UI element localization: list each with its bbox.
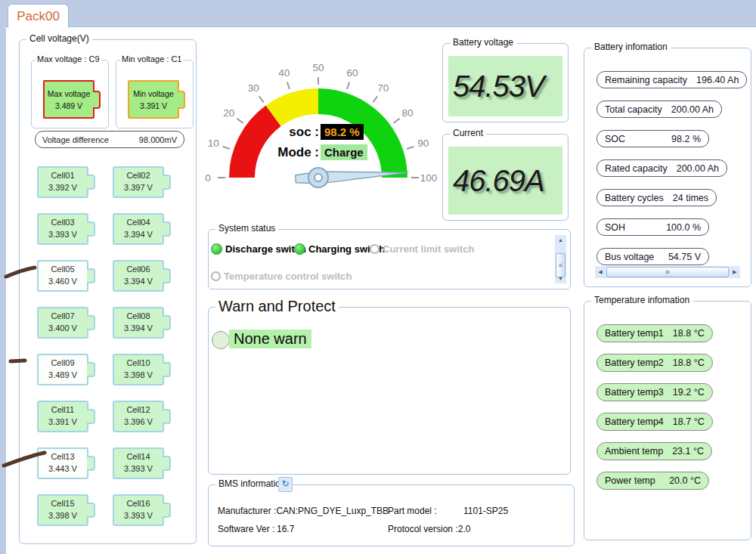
cell-item-cell09: Cell093.489 V — [37, 354, 88, 385]
cell-item-cell14: Cell143.393 V — [113, 447, 164, 479]
scrollbar-thumb[interactable]: ≡ — [606, 267, 729, 277]
current-title: Current — [450, 128, 486, 138]
part-model-label: Part model : — [388, 506, 463, 516]
radio-icon — [211, 271, 221, 281]
row-value: 18.7 °C — [673, 416, 705, 427]
part-model-value: 1101-SP25 — [463, 506, 508, 516]
mode-value: Charge — [321, 144, 367, 160]
system-status-scrollbar[interactable]: ▲ ≡ ▼ — [555, 235, 566, 283]
row-label: SOH — [605, 222, 625, 233]
mode-readout: Mode : Charge — [249, 144, 367, 160]
gauge-tick-label: 100 — [420, 172, 438, 184]
cell-item-cell07: Cell073.400 V — [37, 307, 88, 339]
part-model-row: Part model : 1101-SP25 — [388, 506, 508, 516]
max-voltage-group-title: Max voltage : C9 — [36, 54, 101, 63]
scroll-up-icon[interactable]: ▲ — [555, 235, 566, 245]
window-left-edge — [0, 26, 6, 554]
cell-terminal-icon — [87, 315, 95, 330]
cell-name: Cell09 — [51, 357, 74, 370]
scroll-right-icon[interactable]: ▶ — [730, 266, 740, 278]
switch-current-limit-switch[interactable]: Current limit switch — [370, 242, 474, 255]
temp-row-power-temp: Power temp20.0 °C — [596, 472, 709, 490]
gauge-zone — [229, 106, 281, 178]
cell-voltage: 3.400 V — [48, 323, 77, 335]
switch-discharge-switch[interactable]: Discharge switch — [211, 242, 306, 255]
refresh-icon[interactable]: ↻ — [278, 477, 293, 492]
gauge-tick-label: 80 — [402, 107, 414, 119]
info-row-soh: SOH100.0 % — [596, 218, 709, 236]
cell-terminal-icon — [163, 268, 171, 283]
battery-terminal-icon — [93, 91, 101, 109]
row-label: SOC — [605, 134, 625, 144]
cell-voltage: 3.398 V — [124, 370, 153, 382]
radio-icon — [370, 244, 380, 254]
software-value: 16.7 — [277, 524, 294, 534]
battery-info-title: Battery infomation — [591, 42, 671, 52]
cell-item-cell12: Cell123.396 V — [113, 401, 164, 432]
gauge-tick-label: 50 — [312, 62, 324, 73]
gauge-tick-label: 0 — [205, 172, 211, 184]
row-value: 196.40 Ah — [696, 75, 739, 85]
cell-voltage: 3.394 V — [124, 229, 153, 241]
cell-voltage: 3.392 V — [48, 182, 77, 194]
gauge-tick-label: 10 — [208, 138, 219, 149]
gauge-tick — [237, 119, 243, 123]
gauge-tick — [394, 119, 400, 123]
min-voltage-group: Min voltage : C1 Min voltage 3.391 V — [116, 60, 194, 128]
cell-name: Cell08 — [126, 311, 150, 323]
cell-terminal-icon — [163, 362, 171, 377]
cell-name: Cell15 — [51, 498, 74, 510]
gauge-tick-label: 60 — [347, 67, 358, 79]
radio-icon — [211, 243, 222, 255]
cell-item-cell15: Cell153.398 V — [37, 494, 88, 526]
cell-item-cell02: Cell023.397 V — [113, 166, 164, 198]
cell-voltage: 3.443 V — [48, 463, 77, 475]
gauge-tick-label: 90 — [417, 138, 429, 149]
row-value: 100.0 % — [666, 222, 701, 233]
switch-temperature-control-switch[interactable]: Temperature control switch — [211, 269, 352, 283]
scroll-left-icon[interactable]: ◀ — [595, 266, 606, 278]
grip-icon: ≡ — [664, 270, 671, 274]
current-display: 46.69A — [448, 147, 562, 215]
system-status-title: System status — [215, 223, 278, 234]
temperature-info-panel: Temperature infomation Battery temp118.8… — [584, 301, 751, 540]
voltage-difference-label: Voltage difference — [42, 135, 109, 144]
row-value: 18.8 °C — [673, 328, 705, 339]
cell-voltage: 3.397 V — [124, 182, 153, 194]
min-voltage-cell: Min voltage 3.391 V — [128, 80, 179, 119]
row-label: Total capacity — [605, 104, 662, 115]
cell-terminal-icon — [163, 175, 171, 190]
row-label: Battery temp1 — [605, 328, 664, 339]
warn-protect-panel: Warn and Protect None warn — [208, 307, 571, 475]
info-row-bus-voltage: Bus voltage54.75 V — [596, 248, 709, 265]
temp-row-battery-temp2: Battery temp218.8 °C — [596, 354, 713, 372]
switch-label: Current limit switch — [383, 243, 474, 255]
cell-terminal-icon — [87, 175, 95, 190]
system-status-panel: System status Discharge switchCharging s… — [208, 229, 571, 289]
current-panel: Current 46.69A — [442, 134, 569, 221]
cell-terminal-icon — [87, 456, 95, 471]
battery-voltage-value: 54.53V — [448, 70, 544, 104]
gauge-tick-label: 70 — [377, 82, 389, 94]
min-voltage-label: Min voltage — [133, 89, 174, 98]
protocol-label: Protocol version : — [388, 524, 458, 534]
gauge-tick — [373, 96, 377, 102]
cell-voltage: 3.460 V — [48, 276, 77, 288]
cell-name: Cell16 — [126, 498, 150, 510]
battery-info-scrollbar[interactable]: ◀ ≡ ▶ — [595, 266, 740, 278]
software-label: Software Ver : — [218, 524, 277, 534]
cell-terminal-icon — [87, 268, 95, 283]
tab-pack00[interactable]: Pack00 — [8, 4, 69, 28]
row-label: Battery temp2 — [605, 357, 664, 368]
gauge-tick — [407, 147, 414, 149]
scroll-down-icon[interactable]: ▼ — [555, 274, 566, 283]
cell-name: Cell03 — [51, 217, 74, 229]
gauge-tick — [347, 82, 349, 90]
row-label: Battery cycles — [605, 193, 664, 203]
cell-name: Cell10 — [126, 357, 150, 370]
protocol-value: 2.0 — [458, 524, 471, 534]
cell-name: Cell14 — [126, 451, 150, 463]
cell-voltage-panel: Cell voltage(V) Max voltage : C9 Max vol… — [19, 39, 197, 544]
cell-terminal-icon — [87, 362, 95, 377]
soc-value: 98.2 % — [321, 124, 364, 140]
